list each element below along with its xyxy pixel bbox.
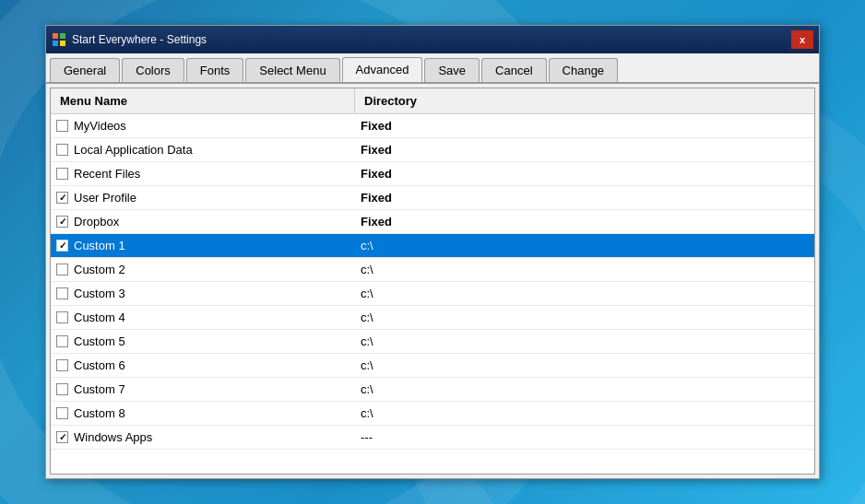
row-directory: c:\ [355, 260, 814, 279]
table-row[interactable]: Local Application DataFixed [51, 138, 814, 162]
row-checkbox[interactable] [56, 216, 68, 228]
row-checkbox[interactable] [56, 168, 68, 180]
cancel-button[interactable]: Cancel [481, 58, 546, 82]
row-name-cell: Custom 4 [51, 308, 355, 327]
row-checkbox[interactable] [56, 311, 68, 323]
row-directory: c:\ [355, 332, 814, 351]
row-checkbox[interactable] [56, 144, 68, 156]
row-checkbox[interactable] [56, 335, 68, 347]
row-name-text: Custom 5 [74, 334, 125, 348]
row-name-cell: Recent Files [51, 164, 355, 183]
row-directory: c:\ [355, 380, 814, 399]
row-name-cell: Dropbox [51, 212, 355, 231]
row-name-text: Windows Apps [74, 430, 152, 444]
row-name-cell: Custom 7 [51, 380, 355, 399]
row-checkbox[interactable] [56, 287, 68, 299]
table-row[interactable]: Custom 2c:\ [51, 258, 814, 282]
row-name-text: User Profile [74, 191, 136, 205]
table-row[interactable]: Windows Apps--- [51, 426, 814, 450]
tab-select-menu[interactable]: Select Menu [245, 58, 339, 82]
row-directory: Fixed [355, 140, 814, 159]
table-row[interactable]: Custom 8c:\ [51, 402, 814, 426]
table-row[interactable]: Recent FilesFixed [51, 162, 814, 186]
row-name-text: Recent Files [74, 167, 140, 181]
row-name-text: Dropbox [74, 215, 119, 229]
row-name-text: Custom 3 [74, 287, 125, 300]
row-directory: c:\ [355, 404, 814, 423]
row-directory: --- [355, 428, 814, 447]
table-header: Menu Name Directory [51, 88, 814, 114]
row-directory: c:\ [355, 236, 814, 255]
app-icon [52, 32, 66, 47]
row-checkbox[interactable] [56, 359, 68, 371]
tab-general[interactable]: General [50, 58, 120, 82]
row-name-cell: Custom 8 [51, 404, 355, 423]
content-area: Menu Name Directory MyVideosFixedLocal A… [50, 88, 815, 475]
row-name-cell: Custom 5 [51, 332, 355, 351]
svg-rect-1 [60, 33, 65, 39]
row-checkbox[interactable] [56, 431, 68, 443]
row-name-text: Custom 4 [74, 311, 125, 324]
tab-advanced[interactable]: Advanced [342, 57, 423, 82]
row-name-text: Custom 6 [74, 358, 125, 372]
svg-rect-0 [53, 33, 58, 39]
window-title: Start Everywhere - Settings [72, 33, 791, 46]
row-checkbox[interactable] [56, 383, 68, 395]
close-button[interactable]: x [791, 30, 813, 49]
row-name-text: MyVideos [74, 119, 126, 133]
row-name-text: Local Application Data [74, 143, 193, 157]
row-name-cell: Custom 6 [51, 356, 355, 375]
row-name-cell: Custom 1 [51, 236, 355, 255]
svg-rect-3 [60, 41, 65, 46]
change-button[interactable]: Change [549, 58, 619, 82]
settings-window: Start Everywhere - Settings x General Co… [45, 25, 820, 479]
table-row[interactable]: Custom 1c:\ [51, 234, 814, 258]
row-name-text: Custom 1 [74, 239, 125, 252]
tab-bar: General Colors Fonts Select Menu Advance… [46, 53, 819, 84]
row-directory: c:\ [355, 356, 814, 375]
row-directory: Fixed [355, 116, 814, 135]
table-row[interactable]: Custom 7c:\ [51, 378, 814, 402]
row-checkbox[interactable] [56, 407, 68, 419]
row-name-cell: Windows Apps [51, 428, 355, 447]
row-directory: Fixed [355, 164, 814, 183]
row-name-text: Custom 2 [74, 263, 125, 276]
row-name-cell: User Profile [51, 188, 355, 207]
row-checkbox[interactable] [56, 264, 68, 275]
table-row[interactable]: Custom 6c:\ [51, 354, 814, 378]
row-name-text: Custom 7 [74, 382, 125, 396]
row-name-cell: Local Application Data [51, 140, 355, 159]
row-name-text: Custom 8 [74, 406, 125, 420]
table-row[interactable]: Custom 5c:\ [51, 330, 814, 354]
row-name-cell: Custom 2 [51, 260, 355, 279]
row-checkbox[interactable] [56, 240, 68, 252]
row-directory: Fixed [355, 212, 814, 231]
table-body[interactable]: MyVideosFixedLocal Application DataFixed… [51, 114, 814, 474]
row-checkbox[interactable] [56, 120, 68, 132]
tab-fonts[interactable]: Fonts [186, 58, 244, 82]
col-header-menu-name: Menu Name [51, 88, 355, 113]
svg-rect-2 [53, 41, 58, 46]
row-name-cell: Custom 3 [51, 284, 355, 303]
table-row[interactable]: Custom 4c:\ [51, 306, 814, 330]
table-row[interactable]: Custom 3c:\ [51, 282, 814, 306]
save-button[interactable]: Save [424, 58, 480, 82]
row-directory: Fixed [355, 188, 814, 207]
row-checkbox[interactable] [56, 192, 68, 204]
table-row[interactable]: DropboxFixed [51, 210, 814, 234]
title-bar: Start Everywhere - Settings x [46, 26, 819, 53]
table-row[interactable]: MyVideosFixed [51, 114, 814, 138]
col-header-directory: Directory [355, 88, 814, 113]
row-name-cell: MyVideos [51, 116, 355, 135]
tab-colors[interactable]: Colors [122, 58, 184, 82]
row-directory: c:\ [355, 284, 814, 303]
row-directory: c:\ [355, 308, 814, 327]
table-row[interactable]: User ProfileFixed [51, 186, 814, 210]
